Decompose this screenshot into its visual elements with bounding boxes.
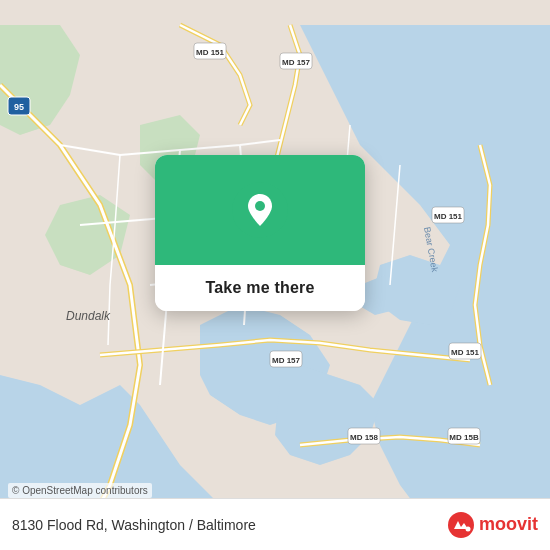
svg-point-20 xyxy=(255,201,265,211)
svg-text:MD 157: MD 157 xyxy=(282,58,311,67)
svg-point-21 xyxy=(448,512,474,538)
svg-text:Dundalk: Dundalk xyxy=(66,309,111,323)
take-me-there-button[interactable]: Take me there xyxy=(155,265,365,311)
svg-text:MD 158: MD 158 xyxy=(350,433,379,442)
moovit-logo: moovit xyxy=(447,511,538,539)
address-label: 8130 Flood Rd, Washington / Baltimore xyxy=(12,517,256,533)
svg-text:MD 151: MD 151 xyxy=(196,48,225,57)
svg-point-22 xyxy=(465,526,470,531)
attribution-text: © OpenStreetMap contributors xyxy=(12,485,148,496)
bottom-bar: 8130 Flood Rd, Washington / Baltimore mo… xyxy=(0,498,550,550)
map-attribution: © OpenStreetMap contributors xyxy=(8,483,152,498)
action-card: Take me there xyxy=(155,155,365,311)
moovit-logo-icon xyxy=(447,511,475,539)
location-pin-icon xyxy=(232,182,288,238)
svg-text:MD 151: MD 151 xyxy=(434,212,463,221)
svg-text:MD 151: MD 151 xyxy=(451,348,480,357)
map-container: 95 MD 151 MD 157 MD 151 MD 151 MD 157 MD… xyxy=(0,0,550,550)
svg-text:95: 95 xyxy=(14,102,24,112)
svg-text:MD 157: MD 157 xyxy=(272,356,301,365)
moovit-brand-text: moovit xyxy=(479,514,538,535)
svg-text:MD 15B: MD 15B xyxy=(449,433,479,442)
card-header xyxy=(155,155,365,265)
